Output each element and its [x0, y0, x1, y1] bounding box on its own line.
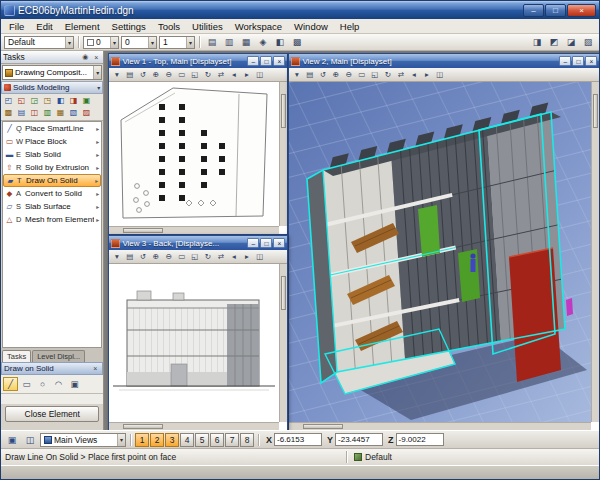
rotate-view-icon[interactable]: ↻: [381, 68, 394, 81]
close-tool-settings-icon[interactable]: ×: [90, 365, 100, 372]
view-maximize-icon[interactable]: □: [260, 238, 272, 248]
wedge-icon[interactable]: ▣: [80, 95, 93, 107]
models-icon[interactable]: ◨: [529, 35, 545, 50]
maximize-button[interactable]: □: [545, 4, 566, 17]
task-place-smartline[interactable]: ╱ Q Place SmartLine ▸: [3, 122, 101, 135]
menu-item[interactable]: Element: [59, 20, 106, 33]
vertical-scrollbar[interactable]: [591, 82, 599, 422]
update-view-icon[interactable]: ↺: [316, 68, 329, 81]
slab-icon[interactable]: ◱: [15, 95, 28, 107]
window-area-icon[interactable]: ▭: [175, 68, 188, 81]
window-area-icon[interactable]: ▭: [355, 68, 368, 81]
references-icon[interactable]: ◩: [546, 35, 562, 50]
zoom-in-icon[interactable]: ⊕: [149, 250, 162, 263]
task-place-block[interactable]: ▭ W Place Block ▸: [3, 135, 101, 148]
task-slab-solid[interactable]: ▬ E Slab Solid ▸: [3, 148, 101, 161]
view-close-icon[interactable]: ×: [273, 238, 285, 248]
view-toggle-2[interactable]: 2: [150, 433, 164, 447]
cone-icon[interactable]: ◧: [54, 95, 67, 107]
boolean-subtract-icon[interactable]: ▥: [41, 107, 54, 119]
scrollbar-thumb[interactable]: [281, 276, 286, 310]
level-manager-icon[interactable]: ▨: [580, 35, 596, 50]
copy-view-icon[interactable]: ◫: [253, 250, 266, 263]
view-attributes-icon[interactable]: ▤: [123, 250, 136, 263]
menu-item[interactable]: File: [3, 20, 30, 33]
rotate-view-icon[interactable]: ↻: [201, 250, 214, 263]
primary-tools-icon[interactable]: ▤: [204, 35, 220, 50]
view-next-icon[interactable]: ▸: [240, 250, 253, 263]
coordinate-x-field[interactable]: -6.6153: [274, 433, 322, 446]
active-line-weight-combo[interactable]: 1 ▾: [159, 36, 195, 49]
task-mesh-from-element[interactable]: △ D Mesh from Element ▸: [3, 213, 101, 226]
view2-canvas[interactable]: [289, 82, 591, 422]
fit-view-icon[interactable]: ◱: [188, 250, 201, 263]
zoom-out-icon[interactable]: ⊖: [162, 250, 175, 263]
view-attributes-icon[interactable]: ▤: [303, 68, 316, 81]
task-convert-to-solid[interactable]: ◆ A Convert to Solid ▸: [3, 187, 101, 200]
view3-title-bar[interactable]: View 3 - Back, [Displayse... – □ ×: [109, 236, 287, 250]
active-level-indicator[interactable]: Default: [354, 452, 392, 462]
menu-item[interactable]: Settings: [106, 20, 152, 33]
view-toggle-3[interactable]: 3: [165, 433, 179, 447]
sphere-icon[interactable]: ◲: [28, 95, 41, 107]
horizontal-scrollbar[interactable]: [109, 422, 279, 430]
view-display-menu-icon[interactable]: ▾: [110, 68, 123, 81]
view-toggle-7[interactable]: 7: [225, 433, 239, 447]
menu-item[interactable]: Help: [334, 20, 366, 33]
scrollbar-thumb[interactable]: [593, 94, 598, 128]
view-next-icon[interactable]: ▸: [240, 68, 253, 81]
coordinate-y-field[interactable]: -23.4457: [335, 433, 383, 446]
view1-title-bar[interactable]: View 1 - Top, Main [Displayset] – □ ×: [109, 54, 287, 68]
coordinate-z-field[interactable]: -9.0022: [396, 433, 444, 446]
menu-item[interactable]: Tools: [152, 20, 186, 33]
chamfer-solid-icon[interactable]: ▨: [80, 107, 93, 119]
view-minimize-icon[interactable]: –: [247, 56, 259, 66]
modify-face-icon[interactable]: ▣: [67, 377, 82, 391]
close-button[interactable]: ×: [567, 4, 596, 17]
zoom-out-icon[interactable]: ⊖: [342, 68, 355, 81]
pin-icon[interactable]: ◉: [80, 53, 90, 61]
close-element-button[interactable]: Close Element: [5, 406, 99, 422]
view-next-icon[interactable]: ▸: [420, 68, 433, 81]
snaps-icon[interactable]: ◈: [255, 35, 271, 50]
zoom-in-icon[interactable]: ⊕: [329, 68, 342, 81]
view-maximize-icon[interactable]: □: [260, 56, 272, 66]
vertical-scrollbar[interactable]: [279, 264, 287, 422]
view-group-combo[interactable]: Main Views ▾: [40, 433, 126, 447]
view-previous-icon[interactable]: ◂: [227, 68, 240, 81]
boolean-union-icon[interactable]: ◫: [28, 107, 41, 119]
minimize-button[interactable]: –: [523, 4, 544, 17]
manage-view-groups-icon[interactable]: ▣: [4, 433, 20, 447]
view2-title-bar[interactable]: View 2, Main [Displayset] – □ ×: [289, 54, 599, 68]
window-area-icon[interactable]: ▭: [175, 250, 188, 263]
horizontal-scrollbar[interactable]: [289, 422, 591, 430]
pan-view-icon[interactable]: ⇄: [394, 68, 407, 81]
extrude-icon[interactable]: ▩: [2, 107, 15, 119]
solid-primitive-icon[interactable]: ◰: [2, 95, 15, 107]
zoom-in-icon[interactable]: ⊕: [149, 68, 162, 81]
draw-block-on-face-icon[interactable]: ▭: [19, 377, 34, 391]
tab-level-display[interactable]: Level Displ...: [32, 350, 85, 362]
active-line-style-combo[interactable]: 0 ▾: [121, 36, 157, 49]
standard-toolbar-icon[interactable]: ▥: [221, 35, 237, 50]
view1-canvas[interactable]: [109, 82, 279, 226]
view3-canvas[interactable]: [109, 264, 279, 422]
copy-view-icon[interactable]: ◫: [433, 68, 446, 81]
view-maximize-icon[interactable]: □: [572, 56, 584, 66]
scrollbar-thumb[interactable]: [303, 424, 343, 429]
cut-solid-icon[interactable]: ▦: [54, 107, 67, 119]
draw-circle-on-face-icon[interactable]: ○: [35, 377, 50, 391]
menu-item[interactable]: Edit: [30, 20, 58, 33]
task-slab-surface[interactable]: ▱ S Slab Surface ▸: [3, 200, 101, 213]
view-close-icon[interactable]: ×: [585, 56, 597, 66]
copy-view-icon[interactable]: ◫: [253, 68, 266, 81]
view-minimize-icon[interactable]: –: [559, 56, 571, 66]
task-section-header[interactable]: Solids Modeling ▾: [1, 81, 103, 94]
update-view-icon[interactable]: ↺: [136, 250, 149, 263]
raster-manager-icon[interactable]: ◪: [563, 35, 579, 50]
scrollbar-thumb[interactable]: [123, 228, 163, 233]
fit-view-icon[interactable]: ◱: [188, 68, 201, 81]
active-level-combo[interactable]: Default ▾: [4, 36, 74, 49]
scrollbar-thumb[interactable]: [123, 424, 163, 429]
scrollbar-thumb[interactable]: [281, 94, 286, 128]
